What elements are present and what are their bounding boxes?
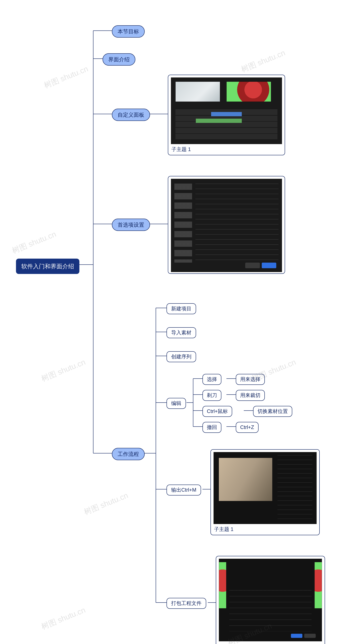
edit-select-desc[interactable]: 用来选择 xyxy=(236,374,265,385)
watermark: 树图 shutu.cn xyxy=(82,490,130,517)
screenshot-caption: 子主题 1 xyxy=(171,144,282,154)
workflow-package[interactable]: 打包工程文件 xyxy=(167,598,206,609)
edit-undo-desc[interactable]: Ctrl+Z xyxy=(236,422,259,433)
edit-undo[interactable]: 撤回 xyxy=(202,422,221,433)
screenshot-caption: 子主题 1 xyxy=(214,524,317,534)
package-screenshot-card[interactable]: 子主题 1 xyxy=(216,556,325,644)
branch-custom-panel[interactable]: 自定义面板 xyxy=(112,109,150,121)
export-dialog-screenshot xyxy=(214,452,317,524)
edit-select[interactable]: 选择 xyxy=(202,374,221,385)
watermark: 树图 shutu.cn xyxy=(10,229,58,256)
root-node[interactable]: 软件入门和界面介绍 xyxy=(16,258,79,274)
branch-workflow[interactable]: 工作流程 xyxy=(112,448,145,460)
branch-preferences[interactable]: 首选项设置 xyxy=(112,218,150,231)
workflow-edit[interactable]: 编辑 xyxy=(167,398,186,409)
watermark: 树图 shutu.cn xyxy=(42,64,90,91)
edit-razor[interactable]: 剃刀 xyxy=(202,390,221,401)
preferences-screenshot-card[interactable] xyxy=(168,176,285,274)
export-screenshot-card[interactable]: 子主题 1 xyxy=(210,449,320,535)
workflow-create-sequence[interactable]: 创建序列 xyxy=(167,351,196,362)
screenshot-caption: 子主题 1 xyxy=(219,641,322,644)
edit-ctrl-mouse[interactable]: Ctrl+鼠标 xyxy=(202,406,232,417)
watermark: 树图 shutu.cn xyxy=(40,605,87,632)
watermark: 树图 shutu.cn xyxy=(40,357,87,384)
edit-ctrl-mouse-desc[interactable]: 切换素材位置 xyxy=(253,406,292,417)
edit-razor-desc[interactable]: 用来裁切 xyxy=(236,390,265,401)
watermark: 树图 shutu.cn xyxy=(240,48,287,75)
branch-ui-intro[interactable]: 界面介绍 xyxy=(103,53,135,66)
workflow-export[interactable]: 输出Ctrl+M xyxy=(167,484,201,496)
premiere-editor-screenshot xyxy=(171,78,282,144)
branch-goal[interactable]: 本节目标 xyxy=(112,25,145,38)
workflow-new-project[interactable]: 新建项目 xyxy=(167,303,196,314)
custom-panel-screenshot-card[interactable]: 子主题 1 xyxy=(168,75,285,155)
workflow-import[interactable]: 导入素材 xyxy=(167,327,196,338)
mindmap-canvas: 软件入门和界面介绍 本节目标 界面介绍 自定义面板 首选项设置 工作流程 子主题… xyxy=(0,0,341,644)
project-manager-screenshot xyxy=(219,559,322,641)
preferences-dialog-screenshot xyxy=(171,179,282,272)
